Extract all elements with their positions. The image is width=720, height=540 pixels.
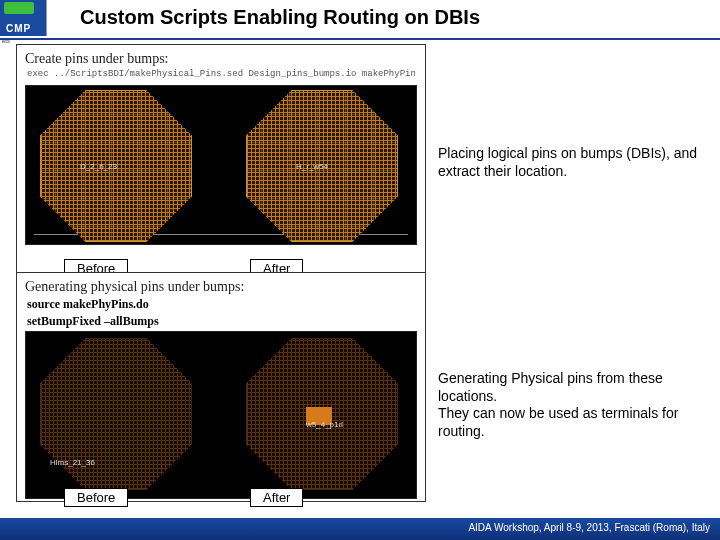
slide-title: Custom Scripts Enabling Routing on DBIs: [80, 6, 480, 29]
layout-viewer-top: D_2_6_23 H_r_w54: [25, 85, 417, 245]
footer-text: AIDA Workshop, April 8-9, 2013, Frascati…: [468, 522, 710, 533]
bump-before: D_2_6_23: [40, 90, 190, 240]
chip-before: Hims_21_36: [40, 338, 190, 488]
pin-label-left: D_2_6_23: [80, 162, 117, 171]
logo-text: CMP: [6, 23, 31, 34]
chip-shape: [40, 338, 192, 490]
pin-label-b-left: Hims_21_36: [50, 458, 95, 467]
label-after-bottom: After: [250, 488, 303, 507]
panel-bottom-command2: setBumpFixed –allBumps: [27, 314, 415, 329]
pin-label-right: H_r_w54: [296, 162, 328, 171]
panel-bottom-heading: Generating physical pins under bumps:: [25, 279, 417, 295]
label-before-bottom: Before: [64, 488, 128, 507]
bump-after: H_r_w54: [246, 90, 396, 240]
panel-generate-pins: Generating physical pins under bumps: so…: [16, 272, 426, 502]
caption-bottom: Generating Physical pins from these loca…: [438, 370, 706, 440]
logo-graphic: [4, 2, 34, 14]
chip-after: w5_4_p1d: [246, 338, 396, 488]
caption-top: Placing logical pins on bumps (DBIs), an…: [438, 145, 706, 180]
logo: CMP: [0, 0, 47, 36]
slide: CMP Custom Scripts Enabling Routing on D…: [0, 0, 720, 540]
panel-top-heading: Create pins under bumps:: [25, 51, 417, 67]
panel-top-command: exec ../ScriptsBDI/makePhysical_Pins.sed…: [27, 69, 415, 79]
footer: AIDA Workshop, April 8-9, 2013, Frascati…: [0, 518, 720, 540]
panel-create-pins: Create pins under bumps: exec ../Scripts…: [16, 44, 426, 274]
layout-viewer-bottom: Hims_21_36 w5_4_p1d: [25, 331, 417, 499]
pin-label-b-right: w5_4_p1d: [306, 420, 343, 429]
panel-bottom-command1: source makePhyPins.do: [27, 297, 415, 312]
header: CMP Custom Scripts Enabling Routing on D…: [0, 0, 720, 40]
side-small-text: ets: [2, 38, 10, 44]
